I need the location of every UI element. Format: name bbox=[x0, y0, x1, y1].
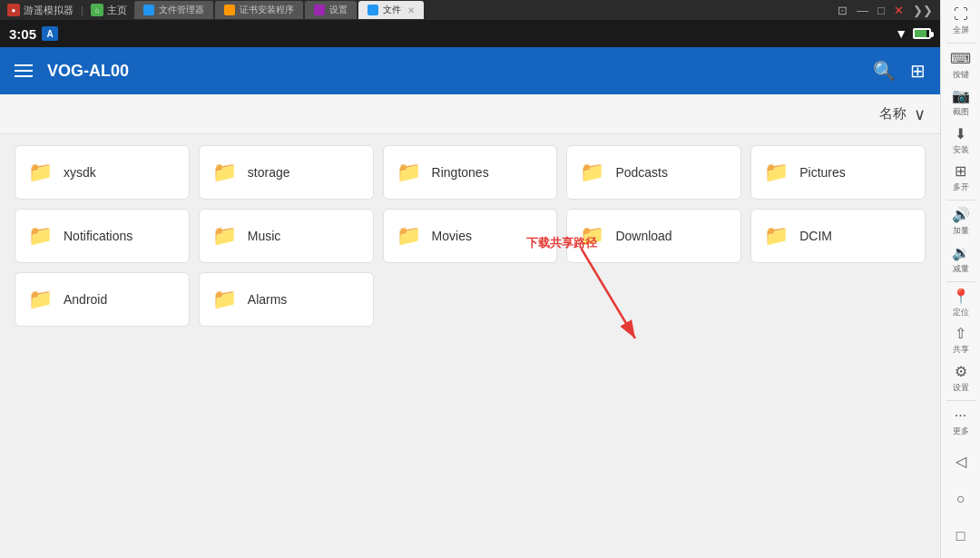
time-display: 3:05 bbox=[9, 26, 36, 42]
sidebar-divider-4 bbox=[946, 400, 975, 401]
sidebar-keyboard-btn[interactable]: ⌨ 按键 bbox=[943, 47, 979, 83]
folder-icon: 📁 bbox=[764, 161, 789, 184]
folder-icon: 📁 bbox=[212, 288, 237, 311]
folder-podcasts[interactable]: 📁 Podcasts bbox=[566, 145, 741, 200]
vol-down-label: 减量 bbox=[953, 263, 969, 275]
sidebar-location-btn[interactable]: 📍 定位 bbox=[943, 285, 979, 320]
nav-home-btn[interactable]: ○ bbox=[943, 481, 979, 516]
sidebar-settings-btn[interactable]: ⚙ 设置 bbox=[943, 360, 979, 396]
location-icon: 📍 bbox=[952, 288, 970, 305]
home-label: 主页 bbox=[107, 4, 127, 17]
vol-down-icon: 🔉 bbox=[952, 244, 970, 261]
sidebar-screenshot-btn[interactable]: 📷 截图 bbox=[943, 85, 979, 121]
nav-back-btn[interactable]: ◁ bbox=[943, 444, 979, 479]
sidebar-vol-up-btn[interactable]: 🔊 加量 bbox=[943, 204, 979, 240]
restore-btn[interactable]: ⊡ bbox=[838, 4, 848, 17]
folder-android[interactable]: 📁 Android bbox=[15, 272, 190, 327]
sort-bar[interactable]: 名称 ∨ bbox=[0, 94, 940, 134]
folder-icon: 📁 bbox=[580, 224, 604, 248]
sidebar-multi-btn[interactable]: ⊞ 多开 bbox=[943, 160, 979, 195]
header-icons: 🔍 ⊞ bbox=[873, 60, 926, 82]
title-bar: ● 游遥模拟器 | ⌂ 主页 文件管理器 证书安装程序 设置 文件 bbox=[0, 0, 940, 20]
settings-icon: ⚙ bbox=[955, 363, 967, 380]
nav-recents-btn[interactable]: □ bbox=[943, 519, 979, 554]
keyboard-icon: ⌨ bbox=[950, 50, 971, 67]
maximize-btn[interactable]: □ bbox=[877, 4, 885, 17]
share-icon: ⇧ bbox=[955, 325, 966, 342]
tab-settings[interactable]: 设置 bbox=[305, 1, 357, 19]
folder-name: Movies bbox=[432, 229, 472, 243]
recents-icon: □ bbox=[956, 528, 965, 544]
sidebar-divider-1 bbox=[946, 43, 975, 44]
close-btn[interactable]: ✕ bbox=[894, 4, 904, 17]
folder-storage[interactable]: 📁 storage bbox=[199, 145, 374, 200]
file-grid: 📁 xysdk 📁 storage 📁 Ringtones 📁 Podcasts… bbox=[0, 134, 940, 558]
folder-pictures[interactable]: 📁 Pictures bbox=[750, 145, 926, 200]
folder-xysdk[interactable]: 📁 xysdk bbox=[15, 145, 190, 200]
fullscreen-label: 全屏 bbox=[953, 24, 969, 36]
expand-btn[interactable]: ❯❯ bbox=[913, 4, 933, 17]
sort-chevron-icon[interactable]: ∨ bbox=[914, 104, 926, 124]
cert-tab-label: 证书安装程序 bbox=[240, 4, 294, 16]
folder-name: storage bbox=[248, 165, 290, 180]
minimize-btn[interactable]: — bbox=[857, 4, 868, 17]
folder-name: Download bbox=[615, 229, 671, 243]
sidebar-share-btn[interactable]: ⇧ 共享 bbox=[943, 323, 979, 358]
screenshot-icon: 📷 bbox=[952, 87, 970, 104]
folder-icon: 📁 bbox=[212, 161, 237, 184]
folder-name: DCIM bbox=[799, 229, 832, 243]
sidebar-more-btn[interactable]: ··· 更多 bbox=[943, 404, 979, 439]
folder-icon: 📁 bbox=[764, 224, 789, 248]
folder-name: Music bbox=[248, 229, 281, 243]
search-icon[interactable]: 🔍 bbox=[873, 60, 896, 82]
grid-view-icon[interactable]: ⊞ bbox=[910, 60, 926, 82]
folder-name: xysdk bbox=[64, 165, 96, 180]
folder-icon: 📁 bbox=[580, 161, 604, 184]
folder-icon: 📁 bbox=[28, 224, 53, 248]
files-tab-icon bbox=[368, 5, 378, 15]
filemanager-tab-icon bbox=[143, 5, 154, 15]
folder-name: Android bbox=[64, 292, 107, 307]
wifi-icon: ▼ bbox=[895, 26, 907, 41]
sidebar-divider-2 bbox=[946, 200, 975, 201]
tab-filemanager[interactable]: 文件管理器 bbox=[134, 1, 213, 19]
sidebar-divider-3 bbox=[946, 281, 975, 282]
fullscreen-icon: ⛶ bbox=[954, 6, 968, 23]
folder-icon: 📁 bbox=[28, 288, 53, 311]
folder-music[interactable]: 📁 Music bbox=[199, 209, 374, 263]
folder-dcim[interactable]: 📁 DCIM bbox=[750, 209, 926, 263]
remote-icon: ● bbox=[7, 4, 20, 16]
tab-files[interactable]: 文件 ✕ bbox=[358, 1, 424, 19]
tab-close-icon[interactable]: ✕ bbox=[407, 5, 415, 15]
multi-label: 多开 bbox=[953, 181, 969, 193]
folder-download[interactable]: 📁 Download bbox=[566, 209, 741, 263]
sidebar-vol-down-btn[interactable]: 🔉 减量 bbox=[943, 241, 979, 277]
folder-name: Notifications bbox=[64, 229, 132, 243]
folder-name: Ringtones bbox=[432, 165, 489, 180]
sidebar-fullscreen-btn[interactable]: ⛶ 全屏 bbox=[943, 4, 979, 39]
folder-alarms[interactable]: 📁 Alarms bbox=[199, 272, 374, 327]
share-label: 共享 bbox=[953, 344, 969, 356]
settings-tab-label: 设置 bbox=[329, 4, 348, 16]
folder-movies[interactable]: 📁 Movies bbox=[383, 209, 558, 263]
folder-name: Pictures bbox=[799, 165, 846, 180]
folder-icon: 📁 bbox=[28, 161, 53, 184]
app-label-remote[interactable]: ● 游遥模拟器 bbox=[7, 4, 74, 17]
install-label: 安装 bbox=[953, 144, 969, 156]
sidebar-install-btn[interactable]: ⬇ 安装 bbox=[943, 122, 979, 158]
app-label-home[interactable]: ⌂ 主页 bbox=[91, 4, 127, 17]
filemanager-tab-label: 文件管理器 bbox=[159, 4, 204, 16]
tabs-container: 文件管理器 证书安装程序 设置 文件 ✕ bbox=[134, 0, 830, 20]
install-icon: ⬇ bbox=[955, 125, 966, 142]
folder-name: Podcasts bbox=[615, 165, 668, 180]
folder-notifications[interactable]: 📁 Notifications bbox=[15, 209, 190, 263]
cert-tab-icon bbox=[224, 5, 235, 15]
tab-cert[interactable]: 证书安装程序 bbox=[215, 1, 303, 19]
vol-up-label: 加量 bbox=[953, 225, 969, 237]
app-title: VOG-AL00 bbox=[47, 62, 858, 81]
sort-label: 名称 bbox=[879, 105, 906, 122]
folder-ringtones[interactable]: 📁 Ringtones bbox=[383, 145, 558, 200]
battery-icon bbox=[913, 28, 931, 39]
settings-label: 设置 bbox=[953, 382, 969, 394]
menu-button[interactable] bbox=[15, 64, 33, 77]
